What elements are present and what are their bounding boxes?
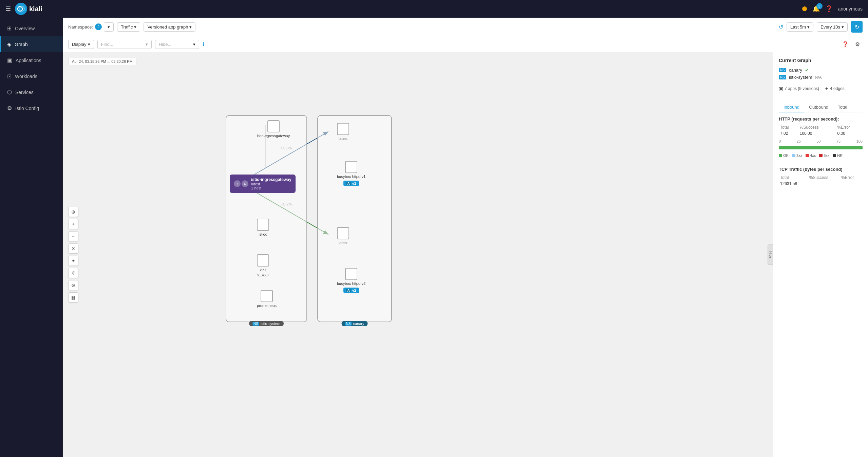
node-box-prometheus	[261, 290, 273, 302]
istio-config-icon: ⚙	[7, 105, 12, 111]
sidebar-item-overview[interactable]: ⊞ Overview	[0, 20, 63, 36]
hide-dropdown-arrow: ▾	[193, 42, 195, 47]
sidebar-item-label-istio: Istio Config	[15, 106, 39, 111]
find-input-container[interactable]: Find... ▾	[97, 40, 152, 49]
ns-name-istio: istio-system	[789, 75, 812, 80]
sidebar-item-label-workloads: Workloads	[15, 74, 37, 79]
refresh-interval-dropdown[interactable]: Every 10s ▾	[817, 22, 848, 32]
tab-total[interactable]: Total	[833, 103, 852, 112]
graph-canvas[interactable]: Apr 24, 03:15:26 PM ... 03:20:26 PM	[63, 52, 773, 457]
info-icon[interactable]: ℹ	[203, 41, 204, 47]
ns-badge-canary: NS	[779, 68, 786, 72]
display-dropdown-arrow: ▾	[88, 42, 90, 47]
ns-status-na: N/A	[815, 75, 822, 80]
traffic-dropdown[interactable]: Traffic ▾	[117, 22, 140, 32]
panel-divider	[779, 99, 863, 99]
panel-title: Current Graph	[779, 58, 863, 63]
find-placeholder: Find...	[101, 42, 113, 47]
sidebar-item-workloads[interactable]: ⊡ Workloads	[0, 68, 63, 84]
topnav-right: 🔔 3 ❓ anonymous	[802, 5, 863, 13]
a-tag-v1: A	[346, 182, 351, 185]
tcp-metric-row: 12631.58 - -	[779, 181, 863, 187]
panel-divider-2	[779, 163, 863, 163]
toolbar2-right: ❓ ⚙	[840, 39, 863, 49]
sidebar-item-applications[interactable]: ▣ Applications	[0, 52, 63, 68]
node-box-kiali	[257, 254, 269, 267]
http-progress-bar	[779, 146, 863, 149]
node-prometheus[interactable]: prometheus	[257, 290, 277, 308]
notification-bell[interactable]: 🔔 3	[812, 5, 820, 13]
version-badge-v2: A v2	[343, 288, 359, 293]
panel-ns-istio: NS istio-system N/A	[779, 75, 863, 80]
node-ingressgateway[interactable]: ↕ ⚙ istio-ingressgateway latest 1 host	[230, 175, 296, 193]
ns-badge-istio: NS	[779, 75, 786, 79]
user-name[interactable]: anonymous	[838, 6, 863, 12]
node-label-busybox-v1: busybox-httpd-v1	[337, 175, 365, 179]
legend-button[interactable]: ▦	[68, 292, 78, 303]
http-col-total: Total	[779, 124, 798, 130]
hide-dropdown[interactable]: Hide... ▾	[155, 40, 199, 49]
time-range-dropdown[interactable]: Last 5m ▾	[787, 22, 813, 32]
v-badge-v1: v1	[352, 181, 356, 185]
tcp-col-error: %Error	[840, 175, 863, 181]
graph-timestamp: Apr 24, 03:15:26 PM ... 03:20:26 PM	[68, 58, 136, 65]
tab-outbound[interactable]: Outbound	[804, 103, 833, 112]
stat-edges-text: 4 edges	[830, 86, 845, 91]
node-busybox-v1-latest[interactable]: latest	[337, 123, 349, 141]
http-success: 100.00	[798, 130, 836, 136]
panel-stats: ▣ 7 apps (9 versions) ✦ 4 edges	[779, 86, 863, 91]
display-dropdown[interactable]: Display ▾	[68, 40, 94, 49]
hide-panel-toggle[interactable]: Hide	[768, 244, 773, 265]
node-istiod[interactable]: istiod	[257, 219, 269, 236]
sidebar-item-graph[interactable]: ◈ Graph	[0, 36, 63, 52]
services-icon: ⬡	[7, 89, 12, 95]
http-error: 0.00	[836, 130, 863, 136]
v-badge-v2: v2	[352, 288, 356, 292]
toolbar-row1: Namespace: 2 ▾ Traffic ▾ Versioned app g…	[63, 18, 868, 36]
help-icon[interactable]: ❓	[825, 5, 833, 13]
dagre-button[interactable]: ❊	[68, 268, 78, 278]
gateway-icons: ↕ ⚙	[234, 180, 248, 187]
sidebar-item-services[interactable]: ⬡ Services	[0, 84, 63, 100]
legend-dot-3xx	[792, 154, 795, 157]
panel-ns-canary: NS canary ✔	[779, 67, 863, 73]
version-badge-v1: A v1	[343, 181, 359, 186]
zoom-out-button[interactable]: －	[68, 231, 78, 241]
node-busybox-httpd-v2[interactable]: busybox-httpd-v2 A v2	[337, 268, 365, 293]
node-box-busybox-v2	[345, 268, 357, 280]
tcp-section-title: TCP Traffic (bytes per second)	[779, 167, 863, 172]
canary-check-icon: ✔	[805, 67, 809, 73]
sidebar: ⊞ Overview ◈ Graph ▣ Applications ⊡ Work…	[0, 18, 63, 457]
edges-icon: ✦	[825, 86, 829, 91]
workloads-icon: ⊡	[7, 73, 12, 79]
legend-dot-5xx	[819, 154, 823, 157]
sidebar-item-label-overview: Overview	[15, 26, 35, 31]
graph-type-dropdown[interactable]: Versioned app graph ▾	[144, 22, 195, 32]
gw-icon-1: ↕	[234, 180, 241, 187]
refresh-history-icon: ↺	[779, 24, 783, 30]
hamburger-menu[interactable]: ☰	[5, 5, 11, 13]
help-graph-button[interactable]: ❓	[840, 39, 850, 49]
node-egress[interactable]: istio-egressgateway	[257, 120, 290, 138]
zoom-fit-button[interactable]: ⊕	[68, 207, 78, 217]
node-busybox-httpd-v1[interactable]: busybox-httpd-v1 A v1	[337, 161, 365, 186]
legend-ok: OK	[779, 153, 789, 158]
graph-edges-svg	[63, 52, 773, 457]
reset-view-button[interactable]: ✕	[68, 243, 78, 254]
node-kiali[interactable]: kiali v1.45.0	[257, 254, 269, 277]
node-busybox-v2-latest[interactable]: latest	[337, 227, 349, 245]
tab-inbound[interactable]: Inbound	[779, 103, 804, 112]
hide-placeholder: Hide...	[159, 42, 172, 47]
zoom-in-button[interactable]: ＋	[68, 219, 78, 229]
breadthfirst-button[interactable]: ⊛	[68, 280, 78, 290]
panel-tabs: Inbound Outbound Total	[779, 103, 863, 112]
sidebar-item-istio-config[interactable]: ⚙ Istio Config	[0, 100, 63, 116]
layout-button[interactable]: ✦	[68, 256, 78, 266]
refresh-button[interactable]: ↻	[851, 21, 863, 33]
node-sublabel-kiali: v1.45.0	[258, 273, 269, 277]
tcp-total: 12631.58	[779, 181, 808, 187]
namespace-dropdown[interactable]: ▾	[104, 22, 114, 32]
tcp-metric-table: Total %Success %Error 12631.58 - -	[779, 175, 863, 187]
gw-icon-2: ⚙	[242, 180, 248, 187]
settings-graph-button[interactable]: ⚙	[852, 39, 863, 49]
